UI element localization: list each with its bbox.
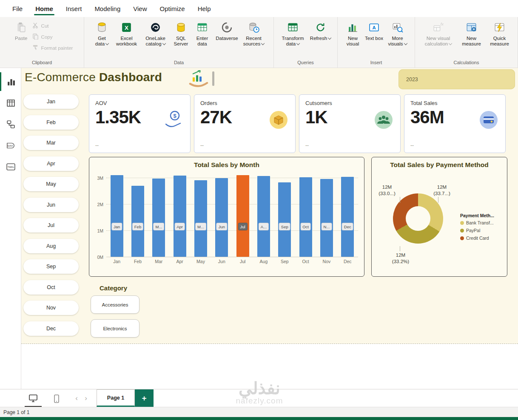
prev-page-button[interactable]: ‹ (72, 389, 81, 407)
copy-button[interactable]: Copy (32, 33, 73, 40)
paste-button[interactable]: Paste (11, 20, 31, 43)
bar-column: Sep (274, 174, 295, 257)
more-visuals-button[interactable]: More visuals (385, 20, 410, 49)
bar-nov[interactable] (320, 179, 333, 257)
menu-optimize[interactable]: Optimize (154, 0, 191, 17)
growth-hand-icon[interactable] (188, 69, 209, 88)
menu-view[interactable]: View (127, 0, 153, 17)
new-visual-calculation-button[interactable]: fx New visual calculation (420, 20, 457, 49)
year-slicer[interactable]: 2023 (398, 69, 515, 89)
kpi-card-customers[interactable]: Cutsomers 1K -- (299, 94, 401, 153)
category-button-electronics[interactable]: Electronics (91, 319, 139, 338)
recent-sources-button[interactable]: Recent sources (242, 20, 266, 49)
tmdl-view-button[interactable]: TMDL (0, 157, 21, 176)
bar-aug[interactable] (257, 176, 270, 257)
menu-help[interactable]: Help (191, 0, 217, 17)
model-view-button[interactable] (0, 115, 21, 133)
bar-oct[interactable] (299, 177, 312, 257)
accent-strip (0, 417, 518, 420)
desktop-view-button[interactable] (25, 390, 42, 407)
group-label-calculations: Calculations (415, 59, 518, 68)
bar-jul[interactable] (236, 175, 249, 257)
get-data-button[interactable]: Get data (92, 20, 112, 49)
kpi-card-aov[interactable]: AOV 1.35K -- $ (89, 94, 191, 153)
legend-item[interactable]: Credit Card (460, 236, 505, 241)
menu-modeling[interactable]: Modeling (88, 0, 127, 17)
bar-jan[interactable] (111, 175, 123, 257)
onelake-catalog-button[interactable]: OneLake catalog (141, 20, 170, 49)
bar-data-label: A... (259, 223, 269, 230)
leader-line (400, 197, 400, 203)
month-button-oct[interactable]: Oct (23, 280, 79, 295)
month-button-mar[interactable]: Mar (23, 136, 79, 150)
category-button-accessories[interactable]: Accessories (91, 295, 139, 314)
dax-query-view-button[interactable]: DAX (0, 136, 21, 155)
cut-button[interactable]: Cut (32, 22, 73, 29)
legend-label: Credit Card (466, 236, 489, 241)
visual-drag-handle[interactable] (212, 71, 214, 86)
bar-mar[interactable] (152, 179, 165, 257)
quick-measure-button[interactable]: Quick measure (486, 20, 513, 49)
menu-file[interactable]: File (6, 0, 29, 17)
legend-item[interactable]: Bank Transf... (460, 220, 505, 225)
new-measure-icon (466, 22, 477, 34)
dataverse-button[interactable]: Dataverse (213, 20, 241, 43)
donut-legend: Payment Meth... Bank Transf...PayPalCred… (460, 213, 505, 243)
ribbon-group-calculations: fx New visual calculation New measure Qu… (415, 17, 518, 68)
month-button-feb[interactable]: Feb (23, 115, 79, 130)
page-tab-1[interactable]: Page 1 (97, 389, 135, 407)
status-bar: Page 1 of 1 (0, 407, 518, 417)
month-button-jun[interactable]: Jun (23, 198, 79, 212)
report-canvas[interactable]: E-CommerceDashboard 2023 JanFebMarAprMay… (21, 68, 518, 389)
bar-may[interactable] (194, 180, 207, 257)
leader-line (438, 197, 438, 203)
add-page-button[interactable]: + (135, 389, 154, 407)
new-visual-button[interactable]: New visual (343, 20, 363, 49)
bar-sep[interactable] (278, 182, 291, 257)
svg-text:fx: fx (441, 22, 444, 26)
package-icon (269, 110, 288, 130)
menu-insert[interactable]: Insert (60, 0, 88, 17)
next-page-button[interactable]: › (81, 389, 91, 407)
month-button-nov[interactable]: Nov (23, 301, 79, 315)
legend-item[interactable]: PayPal (460, 228, 505, 233)
dataverse-icon (221, 22, 233, 34)
enter-data-icon (196, 22, 208, 34)
bar-feb[interactable] (131, 186, 144, 257)
bar-dec[interactable] (341, 177, 354, 257)
month-button-jan[interactable]: Jan (23, 94, 79, 109)
month-button-apr[interactable]: Apr (23, 156, 79, 171)
mobile-view-button[interactable] (48, 390, 65, 407)
sql-server-button[interactable]: SQL Server (171, 20, 191, 49)
month-button-may[interactable]: May (23, 177, 79, 191)
kpi-card-orders[interactable]: Orders 27K -- (194, 94, 296, 153)
kpi-card-total-sales[interactable]: Total Sales 36M -- (404, 94, 506, 153)
report-view-button[interactable] (0, 72, 21, 91)
cut-icon (32, 22, 39, 29)
bar-jun[interactable] (215, 178, 228, 257)
month-button-dec[interactable]: Dec (23, 321, 79, 336)
bar-column: M... (190, 174, 211, 257)
group-label-clipboard: Clipboard (0, 59, 84, 68)
bar-apr[interactable] (174, 176, 186, 257)
bar-data-label: Jun (216, 223, 227, 230)
new-measure-button[interactable]: New measure (458, 20, 485, 49)
menu-home[interactable]: Home (29, 0, 60, 17)
month-button-aug[interactable]: Aug (23, 239, 79, 253)
chevron-down-icon (449, 42, 452, 45)
donut-chart[interactable] (393, 193, 443, 244)
month-button-sep[interactable]: Sep (23, 259, 79, 274)
bar-column: N... (316, 174, 337, 257)
group-label-data: Data (84, 59, 273, 68)
format-painter-button[interactable]: Format painter (32, 44, 73, 51)
transform-data-button[interactable]: Transform data (279, 20, 307, 49)
donut-chart-visual[interactable]: Total Sales by Payment Method 12M(33.0..… (371, 157, 507, 277)
legend-label: PayPal (466, 228, 480, 233)
bar-chart-visual[interactable]: Total Sales by Month 0M1M2M3M JanFebM...… (89, 157, 364, 277)
enter-data-button[interactable]: Enter data (192, 20, 213, 49)
table-view-button[interactable] (0, 94, 21, 112)
text-box-button[interactable]: A Text box (364, 20, 384, 43)
refresh-button[interactable]: Refresh (308, 20, 333, 43)
excel-workbook-button[interactable]: X Excel workbook (113, 20, 140, 49)
month-button-jul[interactable]: Jul (23, 218, 79, 233)
